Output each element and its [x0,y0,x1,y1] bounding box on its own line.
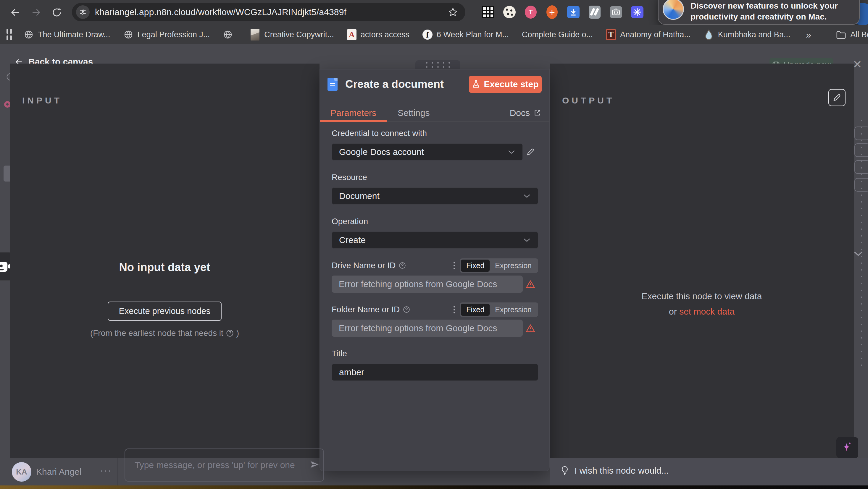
macos-installer-icon [663,0,684,20]
n8n-canvas: Back to canvas 11 days left in your n8n … [0,44,868,489]
bookmark-item[interactable]: f 6 Week Plan for M... [423,30,509,40]
ai-assistant-button[interactable] [836,437,858,458]
drive-error-warning[interactable] [523,280,538,289]
tab-settings[interactable]: Settings [387,104,440,121]
download-extension-icon[interactable] [567,6,580,19]
drive-fixed-expression-toggle[interactable]: Fixed Expression [460,258,538,273]
docs-link[interactable]: Docs [510,108,549,118]
drive-section: Drive Name or ID Fixed Expression [332,259,538,293]
site-settings-icon[interactable] [76,5,90,19]
avatar[interactable]: KA [12,462,31,482]
set-mock-data-link[interactable]: set mock data [679,306,735,316]
globe-icon [123,30,133,40]
edit-output-button[interactable] [828,89,845,106]
help-icon[interactable] [403,306,410,314]
drive-input[interactable] [332,275,523,293]
folder-input[interactable] [332,320,523,337]
macos-notification[interactable]: Discover new features to unlock yourprod… [658,0,860,25]
notification-text: Discover new features to unlock yourprod… [690,0,838,22]
snowflake-extension-icon[interactable] [631,6,644,19]
help-icon[interactable] [399,262,406,269]
output-panel: OUTPUT Execute this node to view data or… [550,64,854,458]
output-empty-line2: or set mock data [669,306,735,317]
operation-section: Operation Create [332,215,538,249]
back-icon[interactable] [8,5,23,20]
input-empty-state: No input data yet Execute previous nodes… [10,261,319,338]
send-message-icon[interactable] [309,459,320,471]
edit-credential-button[interactable] [523,148,538,156]
bookmark-item[interactable]: Creative Copywrit... [250,30,334,40]
toggle-fixed[interactable]: Fixed [461,260,490,272]
forward-icon[interactable] [29,5,43,20]
tab-parameters[interactable]: Parameters [320,104,387,121]
execute-previous-nodes-button[interactable]: Execute previous nodes [108,301,222,321]
droplet-icon [704,30,714,40]
toggle-expression[interactable]: Expression [490,260,537,272]
actors-access-favicon: A [347,29,356,40]
node-feedback-bar[interactable]: I wish this node would... [550,458,868,489]
chat-message-input[interactable] [125,460,309,470]
bookmark-item[interactable] [223,30,237,40]
bookmark-item[interactable]: A actors access [347,29,409,40]
cookie-extension-icon[interactable] [503,6,516,19]
input-panel: INPUT No input data yet Execute previous… [10,64,319,458]
url-bar[interactable]: khariangel.app.n8n.cloud/workflow/WCGzLJ… [72,3,465,21]
operation-select[interactable]: Create [332,231,538,249]
google-docs-icon [328,78,338,91]
folder-label: Folder Name or ID [332,305,410,314]
flask-icon [472,80,480,89]
toggle-expression[interactable]: Expression [490,304,537,316]
wish-text: I wish this node would... [575,466,669,476]
bookmark-item[interactable]: The Ultimate Draw... [24,30,110,40]
resource-section: Resource Document [332,171,538,204]
chevron-down-icon [523,194,531,198]
grid-extension-icon[interactable] [482,6,495,19]
screen: khariangel.app.n8n.cloud/workflow/WCGzLJ… [0,0,868,489]
drive-label: Drive Name or ID [332,261,406,270]
dialog-drag-handle[interactable] [415,60,460,69]
credential-select[interactable]: Google Docs account [332,143,523,161]
desktop-wallpaper-sliver [0,485,868,489]
user-menu-dots[interactable]: ··· [100,464,112,476]
extensions-row: T + [482,4,644,21]
folder-options-menu[interactable] [449,306,460,314]
camera-extension-icon[interactable] [610,6,622,19]
pink-extension-icon[interactable]: T [524,6,537,19]
user-name[interactable]: Khari Angel [36,467,81,477]
loom-extension-icon[interactable] [588,6,601,19]
pencil-icon [526,148,535,156]
dialog-header: Create a document Execute step [320,69,549,99]
browser-toolbar: khariangel.app.n8n.cloud/workflow/WCGzLJ… [0,0,868,25]
apps-grid-icon[interactable] [6,29,12,40]
folder-error-warning[interactable] [523,324,538,333]
url-text[interactable]: khariangel.app.n8n.cloud/workflow/WCGzLJ… [95,7,447,17]
credential-section: Credential to connect with Google Docs a… [332,127,538,161]
chevron-down-icon[interactable] [853,251,863,258]
bookmark-item[interactable]: Legal Profession J... [123,30,210,40]
bookmark-star-icon[interactable] [447,6,459,18]
chevron-down-icon [523,238,531,242]
plus-extension-icon[interactable]: + [546,6,559,19]
drive-options-menu[interactable] [449,262,460,269]
toggle-fixed[interactable]: Fixed [461,304,490,316]
external-link-icon [533,109,541,117]
credential-label: Credential to connect with [332,129,427,138]
reload-icon[interactable] [50,5,64,20]
all-bookmarks-button[interactable]: All Bookmarks [836,30,868,40]
resource-select[interactable]: Document [332,188,538,204]
bookmarks-overflow-chevron[interactable]: » [806,29,811,40]
title-input[interactable] [332,364,538,381]
chevron-down-icon [508,150,515,154]
help-icon[interactable] [226,329,234,337]
footer-user-area: KA Khari Angel ··· [0,458,319,489]
output-panel-title: OUTPUT [562,96,615,105]
title-section: Title [332,347,538,381]
pencil-icon [833,93,841,102]
bookmark-item[interactable]: Kumbhaka and Ba... [704,30,790,40]
execute-step-button[interactable]: Execute step [469,76,542,93]
bookmark-item[interactable]: Complete Guide o... [522,30,593,39]
bookmark-item[interactable]: T Anatomy of Hatha... [606,29,691,40]
folder-fixed-expression-toggle[interactable]: Fixed Expression [460,302,538,317]
chat-input-box [125,449,324,482]
operation-label: Operation [332,217,368,226]
